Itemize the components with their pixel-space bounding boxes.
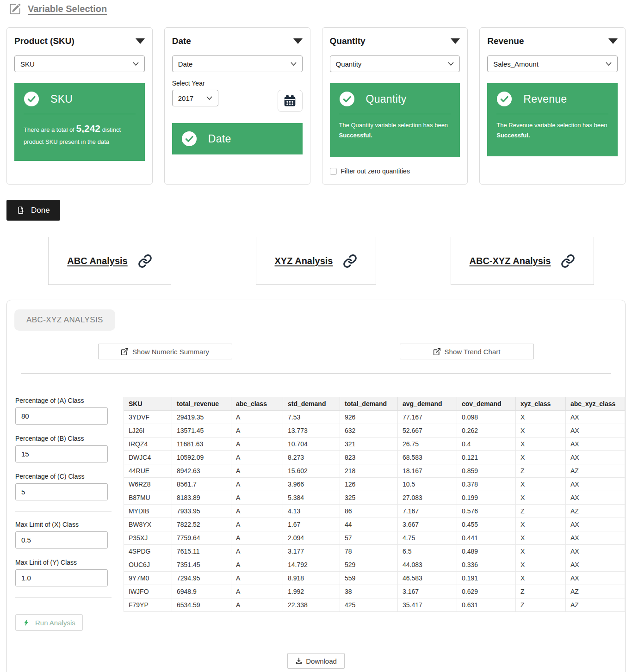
table-cell: 6534.59 xyxy=(172,598,231,612)
quantity-success-message: The Quantity variable selection has been… xyxy=(339,120,451,141)
chevron-down-icon xyxy=(448,62,454,66)
abc-xyz-analysis-card[interactable]: ABC-XYZ Analysis xyxy=(451,237,595,285)
card-quantity: Quantity Quantity Quantity The Quantity … xyxy=(322,27,468,185)
table-cell: 57 xyxy=(340,531,398,545)
divider xyxy=(24,114,136,114)
results-table-wrap: SKUtotal_revenueabc_classstd_demandtotal… xyxy=(124,397,625,631)
table-cell: 425 xyxy=(340,598,398,612)
quantity-success-row: Quantity xyxy=(339,91,451,107)
calendar-button[interactable] xyxy=(278,90,303,112)
table-cell: 321 xyxy=(340,438,398,451)
filter-zero-label: Filter out zero quantities xyxy=(341,167,410,175)
table-column-header: SKU xyxy=(124,397,172,411)
table-cell: X xyxy=(516,572,566,585)
table-cell: F79YP xyxy=(124,598,172,612)
xyz-analysis-card[interactable]: XYZ Analysis xyxy=(256,237,377,285)
collapse-triangle-icon[interactable] xyxy=(608,38,618,44)
done-button-label: Done xyxy=(31,206,50,215)
xyz-analysis-link[interactable]: XYZ Analysis xyxy=(275,256,333,266)
table-row: B87MU8183.89A5.38432527.0830.199XAX xyxy=(124,491,625,505)
quantity-select-value: Quantity xyxy=(336,60,362,68)
run-analysis-button[interactable]: Run Analysis xyxy=(15,614,83,631)
max-x-input[interactable] xyxy=(15,531,108,549)
table-cell: 632 xyxy=(340,424,398,438)
pct-c-input[interactable] xyxy=(15,483,108,500)
table-cell: 0.489 xyxy=(457,545,516,558)
table-cell: AX xyxy=(566,491,625,505)
date-select-value: Date xyxy=(178,60,193,68)
table-cell: 8942.63 xyxy=(172,464,231,478)
table-cell: A xyxy=(231,585,283,598)
table-column-header: abc_class xyxy=(231,397,283,411)
table-cell: 77.167 xyxy=(398,411,457,424)
product-success-panel: SKU There are a total of 5,242 distinct … xyxy=(14,83,145,161)
divider xyxy=(339,114,451,114)
show-numeric-summary-label: Show Numeric Summary xyxy=(132,348,209,356)
quantity-select[interactable]: Quantity xyxy=(330,55,460,72)
divider xyxy=(496,114,608,114)
table-cell: AX xyxy=(566,545,625,558)
table-cell: X xyxy=(516,424,566,438)
sku-count: 5,242 xyxy=(76,123,100,134)
table-cell: 3YDVF xyxy=(124,411,172,424)
table-cell: 7351.45 xyxy=(172,558,231,572)
card-revenue: Revenue Sales_Amount Revenue The Revenue… xyxy=(479,27,626,185)
table-cell: 52.667 xyxy=(398,424,457,438)
collapse-triangle-icon[interactable] xyxy=(136,38,145,44)
table-cell: A xyxy=(231,518,283,531)
table-cell: 4SPDG xyxy=(124,545,172,558)
table-cell: 10.704 xyxy=(283,438,340,451)
date-select[interactable]: Date xyxy=(172,55,303,72)
table-cell: 0.441 xyxy=(457,531,516,545)
show-numeric-summary-button[interactable]: Show Numeric Summary xyxy=(98,344,232,359)
panel-buttons-row: Show Numeric Summary Show Trend Chart xyxy=(14,344,618,359)
pct-b-input[interactable] xyxy=(15,445,108,462)
table-cell: X xyxy=(516,411,566,424)
quantity-success-panel: Quantity The Quantity variable selection… xyxy=(330,83,460,157)
table-cell: X xyxy=(516,545,566,558)
revenue-select[interactable]: Sales_Amount xyxy=(487,55,618,72)
table-cell: A xyxy=(231,411,283,424)
table-cell: AZ xyxy=(566,598,625,612)
year-select[interactable]: 2017 xyxy=(172,90,218,106)
table-cell: 0.576 xyxy=(457,505,516,518)
table-header-row: SKUtotal_revenueabc_classstd_demandtotal… xyxy=(124,397,625,411)
table-cell: LJ26I xyxy=(124,424,172,438)
table-row: LJ26I13571.45A13.77363252.6670.262XAX xyxy=(124,424,625,438)
collapse-triangle-icon[interactable] xyxy=(451,38,460,44)
table-cell: 6948.9 xyxy=(172,585,231,598)
abc-xyz-analysis-link[interactable]: ABC-XYZ Analysis xyxy=(470,256,551,266)
table-cell: X xyxy=(516,531,566,545)
filter-zero-checkbox[interactable] xyxy=(330,168,337,175)
table-cell: 1.992 xyxy=(283,585,340,598)
table-column-header: total_revenue xyxy=(172,397,231,411)
product-select[interactable]: SKU xyxy=(14,55,145,72)
chevron-down-icon xyxy=(206,96,212,100)
pct-a-input[interactable] xyxy=(15,407,108,425)
download-button[interactable]: Download xyxy=(287,653,345,669)
analysis-links-row: ABC Analysis XYZ Analysis ABC-XYZ Analys… xyxy=(6,237,626,285)
table-cell: AX xyxy=(566,411,625,424)
revenue-select-value: Sales_Amount xyxy=(493,60,539,68)
external-link-icon xyxy=(434,348,440,355)
table-row: DWJC410592.09A8.27382368.5830.121XAX xyxy=(124,451,625,464)
table-cell: 126 xyxy=(340,478,398,491)
table-row: 44RUE8942.63A15.60221818.1670.859ZAZ xyxy=(124,464,625,478)
table-cell: 559 xyxy=(340,572,398,585)
table-cell: 4.13 xyxy=(283,505,340,518)
abc-analysis-link[interactable]: ABC Analysis xyxy=(67,256,127,266)
year-select-value: 2017 xyxy=(178,94,193,102)
done-button[interactable]: Done xyxy=(6,200,60,221)
table-column-header: avg_demand xyxy=(398,397,457,411)
table-row: MYDIB7933.95A4.13867.1670.576ZAZ xyxy=(124,505,625,518)
table-cell: 0.262 xyxy=(457,424,516,438)
table-cell: X xyxy=(516,451,566,464)
abc-xyz-analysis-panel: ABC-XYZ ANALYSIS Show Numeric Summary xyxy=(6,300,626,672)
table-cell: 1.67 xyxy=(283,518,340,531)
show-trend-chart-button[interactable]: Show Trend Chart xyxy=(400,344,534,359)
abc-analysis-card[interactable]: ABC Analysis xyxy=(48,237,171,285)
max-y-input[interactable] xyxy=(15,569,108,586)
chevron-down-icon xyxy=(133,62,139,66)
collapse-triangle-icon[interactable] xyxy=(293,38,303,44)
table-cell: 0.629 xyxy=(457,585,516,598)
